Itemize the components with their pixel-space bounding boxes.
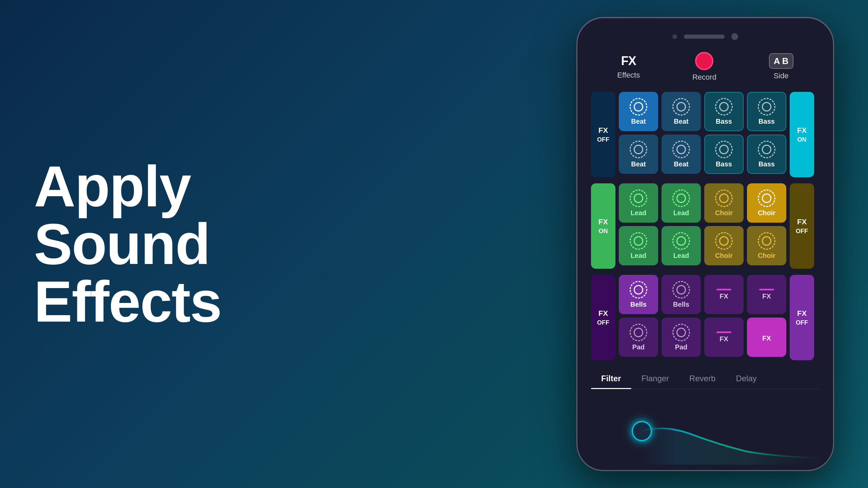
bass-label-4: Bass [758, 160, 775, 168]
lead-ring-inner-4 [676, 236, 686, 246]
pad-fx-2[interactable]: FX [747, 275, 786, 314]
choir-grid: Choir Choir [704, 183, 786, 269]
main-title: Apply Sound Effects [34, 158, 529, 330]
pad-choir-3[interactable]: Choir [704, 226, 744, 265]
fx-dash-2 [759, 289, 774, 290]
pad-bass-4[interactable]: Bass [747, 135, 786, 174]
pad-lead-4[interactable]: Lead [662, 226, 701, 265]
record-icon [695, 52, 713, 70]
pad-lead-2[interactable]: Lead [662, 183, 701, 223]
lead-grid: Lead Lead [619, 183, 701, 269]
toolbar: FX Effects Record A B Side [591, 52, 820, 82]
bells-grid: Bells Bells FX [619, 275, 786, 360]
bass-label-1: Bass [716, 118, 732, 125]
choir-ring-inner-4 [762, 236, 771, 246]
record-toolbar-item[interactable]: Record [692, 52, 716, 82]
choir-ring-3 [715, 232, 733, 250]
fx-toolbar-item[interactable]: FX Effects [617, 54, 640, 80]
pad-label-2: Pad [675, 343, 688, 351]
pad-bass-2[interactable]: Bass [747, 92, 786, 131]
beat-ring-2 [672, 98, 690, 116]
pad-beat-4[interactable]: Beat [662, 135, 701, 174]
choir-ring-inner-2 [762, 194, 771, 203]
beat-ring-1 [630, 98, 647, 116]
fx-beat-on-label: FX [797, 126, 807, 135]
tab-flanger[interactable]: Flanger [631, 368, 679, 389]
fx-beat-on-button[interactable]: FX ON [790, 92, 814, 177]
beat-row-1: Beat Beat [619, 92, 786, 131]
choir-row-2: Choir Choir [704, 226, 786, 265]
fx-icon: FX [621, 54, 636, 68]
bass-ring-inner-4 [762, 145, 771, 154]
beat-row-2: Beat Beat Bass [619, 135, 786, 174]
bass-ring-inner-2 [762, 102, 771, 111]
pad-choir-4[interactable]: Choir [747, 226, 786, 265]
tab-delay[interactable]: Delay [726, 368, 767, 389]
fx-bells-on-status: OFF [796, 319, 808, 326]
tab-filter[interactable]: Filter [591, 368, 631, 389]
lead-row-2: Lead Lead [619, 226, 701, 265]
beat-label-4: Beat [674, 160, 688, 168]
fx-choir-off-label: FX [797, 218, 807, 226]
choir-label-1: Choir [715, 209, 733, 217]
lead-ring-1 [630, 189, 647, 207]
fx-bells-on-button[interactable]: FX OFF [790, 275, 814, 360]
beat-section: FX OFF Beat [591, 92, 820, 177]
tab-reverb[interactable]: Reverb [679, 368, 726, 389]
pad-label-1: Pad [632, 343, 645, 351]
pad-beat-1[interactable]: Beat [619, 92, 658, 131]
pad-bells-2[interactable]: Bells [662, 275, 701, 314]
beat-ring-inner-1 [634, 102, 643, 111]
pad-pad-1[interactable]: Pad [619, 318, 658, 357]
pad-choir-1[interactable]: Choir [704, 183, 744, 223]
side-label: Side [774, 72, 789, 80]
fx-choir-off-button[interactable]: FX OFF [790, 183, 814, 269]
fx-lead-on-button[interactable]: FX ON [591, 183, 615, 269]
pad-bells-1[interactable]: Bells [619, 275, 658, 314]
fx-pad-label-2: FX [762, 292, 771, 300]
pad-beat-2[interactable]: Beat [662, 92, 701, 131]
fx-lead-on-label: FX [598, 218, 608, 226]
phone-speaker [684, 35, 725, 39]
fx-bells-on-label: FX [797, 309, 807, 318]
pad-pad-2[interactable]: Pad [662, 318, 701, 357]
beat-ring-inner-2 [676, 102, 686, 111]
phone-frame: FX Effects Record A B Side FX OFF [576, 17, 834, 471]
bells-ring-2 [672, 281, 690, 299]
bells-row-1: Bells Bells FX [619, 275, 786, 314]
left-section: Apply Sound Effects [0, 117, 563, 371]
pad-bass-3[interactable]: Bass [704, 135, 744, 174]
bells-label-1: Bells [630, 301, 647, 308]
choir-ring-inner-3 [719, 236, 729, 246]
filter-tabs: Filter Flanger Reverb Delay [591, 368, 820, 389]
fx-bells-off-button[interactable]: FX OFF [591, 275, 615, 360]
bass-ring-inner-3 [719, 145, 729, 154]
beat-ring-4 [672, 141, 690, 158]
beat-ring-inner-4 [676, 145, 686, 154]
pad-fx-3[interactable]: FX [704, 318, 744, 357]
filter-curve-svg [591, 397, 820, 465]
fx-pad-label-3: FX [719, 335, 728, 343]
pad-fx-1[interactable]: FX [704, 275, 744, 314]
side-toolbar-item[interactable]: A B Side [769, 53, 793, 80]
fx-choir-off-status: OFF [796, 228, 808, 235]
pad-ring-inner-2 [676, 328, 686, 337]
pad-lead-3[interactable]: Lead [619, 226, 658, 265]
lead-ring-4 [672, 232, 690, 250]
pad-fx-active[interactable]: FX [747, 318, 786, 357]
pad-bass-1[interactable]: Bass [704, 92, 744, 131]
fx-dash-1 [716, 289, 731, 290]
fx-dash-3 [716, 331, 731, 333]
pad-lead-1[interactable]: Lead [619, 183, 658, 223]
bells-ring-1 [630, 281, 647, 299]
bass-ring-2 [758, 98, 775, 116]
pad-choir-2[interactable]: Choir [747, 183, 786, 223]
lead-label-1: Lead [631, 209, 647, 217]
fx-lead-on-status: ON [599, 228, 608, 235]
fx-beat-off-button[interactable]: FX OFF [591, 92, 615, 177]
lead-label-4: Lead [673, 252, 689, 260]
lead-label-3: Lead [631, 252, 647, 260]
pad-beat-3[interactable]: Beat [619, 135, 658, 174]
choir-ring-2 [758, 189, 775, 207]
lead-row-1: Lead Lead [619, 183, 701, 223]
